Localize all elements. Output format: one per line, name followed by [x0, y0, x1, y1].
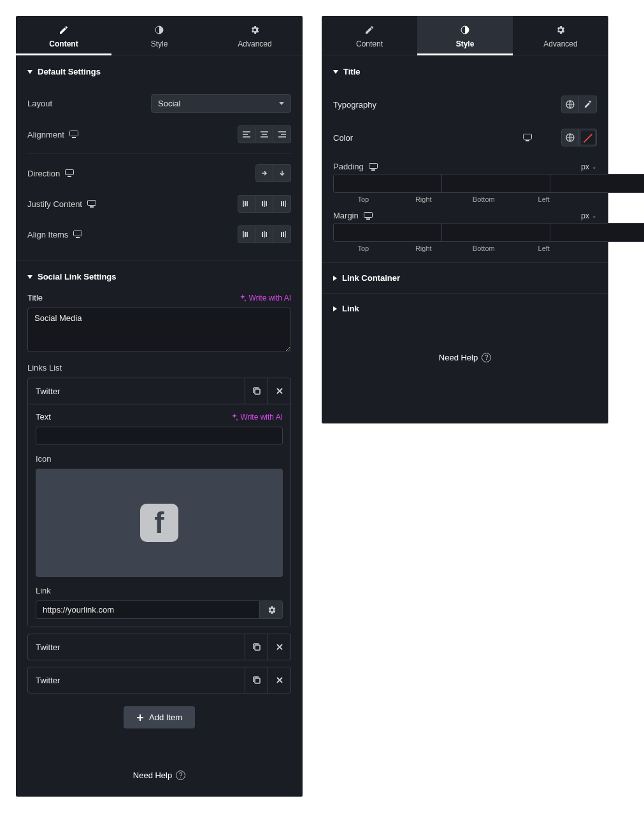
write-with-ai-link[interactable]: Write with AI — [231, 413, 283, 422]
remove-button[interactable] — [268, 634, 290, 660]
justify-end-button[interactable] — [273, 195, 291, 213]
text-field-label: Text — [36, 412, 51, 422]
link-section: Link — [322, 294, 608, 323]
divider — [27, 153, 291, 154]
svg-rect-8 — [247, 201, 248, 206]
title-section: Title Typography Color — [322, 55, 608, 263]
desktop-icon — [87, 200, 96, 208]
margin-unit-select[interactable]: px ⌄ — [581, 211, 597, 220]
social-link-section: Social Link Settings Title Write with AI… — [16, 260, 303, 758]
global-color-button[interactable] — [561, 129, 579, 146]
link-item-title[interactable]: Twitter — [28, 380, 245, 402]
tab-content[interactable]: Content — [16, 16, 111, 55]
margin-right-input[interactable] — [442, 223, 550, 242]
layout-value: Social — [158, 99, 180, 108]
direction-buttons — [255, 164, 291, 182]
justify-buttons — [238, 195, 291, 213]
edit-typography-button[interactable] — [579, 96, 597, 113]
link-header[interactable]: Link — [333, 301, 597, 316]
duplicate-button[interactable] — [245, 667, 268, 693]
link-item: Twitter Text Write with AI — [27, 378, 291, 627]
layout-select[interactable]: Social — [151, 94, 291, 113]
justify-start-button[interactable] — [238, 195, 255, 213]
svg-rect-22 — [255, 645, 260, 650]
svg-rect-32 — [366, 218, 370, 220]
link-item-title[interactable]: Twitter — [28, 636, 245, 658]
global-typography-button[interactable] — [561, 96, 579, 113]
align-center-button[interactable] — [255, 125, 273, 143]
align-right-button[interactable] — [273, 125, 291, 143]
padding-right-input[interactable] — [442, 174, 550, 193]
title-textarea[interactable] — [27, 308, 291, 352]
desktop-icon — [369, 163, 378, 171]
svg-rect-10 — [266, 201, 267, 206]
margin-top-input[interactable] — [333, 223, 442, 242]
justify-label: Justify Content — [27, 199, 96, 209]
svg-rect-14 — [76, 237, 80, 238]
align-left-button[interactable] — [238, 125, 255, 143]
duplicate-button[interactable] — [245, 634, 268, 660]
caret-down-icon — [27, 70, 32, 74]
align-end-button[interactable] — [273, 225, 291, 243]
svg-rect-7 — [245, 201, 246, 206]
svg-rect-29 — [369, 163, 377, 168]
pencil-icon — [59, 25, 69, 35]
side-bottom-label: Bottom — [454, 195, 514, 203]
link-url-input[interactable] — [36, 600, 260, 619]
direction-label: Direction — [27, 169, 74, 178]
link-item: Twitter — [27, 634, 291, 660]
justify-center-button[interactable] — [255, 195, 273, 213]
padding-unit-select[interactable]: px ⌄ — [581, 162, 597, 171]
side-left-label: Left — [514, 195, 575, 203]
margin-label: Margin — [333, 211, 373, 220]
padding-top-input[interactable] — [333, 174, 442, 193]
align-start-button[interactable] — [238, 225, 255, 243]
social-link-header[interactable]: Social Link Settings — [27, 271, 291, 283]
svg-rect-19 — [281, 232, 282, 237]
svg-rect-16 — [247, 232, 248, 237]
svg-rect-23 — [255, 678, 260, 683]
align-center-btn[interactable] — [255, 225, 273, 243]
contrast-icon — [460, 25, 470, 35]
contrast-icon — [154, 25, 164, 35]
direction-row-button[interactable] — [255, 164, 273, 182]
padding-bottom-input[interactable] — [550, 174, 644, 193]
margin-bottom-input[interactable] — [550, 223, 644, 242]
need-help-link[interactable]: Need Help ? — [322, 340, 608, 379]
svg-rect-18 — [266, 232, 267, 237]
alignment-buttons — [238, 125, 291, 143]
color-picker-button[interactable] — [579, 129, 597, 146]
caret-right-icon — [333, 306, 337, 311]
link-container-header[interactable]: Link Container — [333, 271, 597, 285]
direction-column-button[interactable] — [273, 164, 291, 182]
svg-rect-17 — [262, 232, 263, 237]
tab-advanced[interactable]: Advanced — [207, 16, 303, 55]
pencil-icon — [584, 101, 592, 108]
help-icon: ? — [482, 353, 491, 362]
link-item-title[interactable]: Twitter — [28, 669, 245, 692]
need-help-link[interactable]: Need Help ? — [16, 758, 303, 797]
title-section-header[interactable]: Title — [333, 66, 597, 78]
social-link-title: Social Link Settings — [38, 272, 117, 281]
remove-button[interactable] — [268, 378, 290, 404]
write-with-ai-link[interactable]: Write with AI — [239, 294, 291, 302]
plus-icon — [136, 714, 144, 721]
default-settings-header[interactable]: Default Settings — [27, 66, 291, 78]
style-panel: Content Style Advanced Title Typography — [322, 16, 608, 423]
remove-button[interactable] — [268, 667, 290, 693]
link-options-button[interactable] — [260, 600, 283, 619]
tab-style[interactable]: Style — [111, 16, 207, 55]
icon-preview[interactable]: f — [36, 469, 283, 577]
align-items-buttons — [238, 225, 291, 243]
text-input[interactable] — [36, 427, 283, 445]
globe-icon — [566, 100, 575, 109]
add-item-button[interactable]: Add Item — [124, 706, 195, 728]
tab-style[interactable]: Style — [417, 16, 513, 55]
duplicate-button[interactable] — [245, 378, 268, 404]
svg-rect-26 — [524, 134, 532, 139]
padding-inputs — [333, 174, 597, 193]
link-container-section: Link Container — [322, 263, 608, 294]
alignment-label: Alignment — [27, 130, 78, 139]
tab-content[interactable]: Content — [322, 16, 417, 55]
tab-advanced[interactable]: Advanced — [513, 16, 608, 55]
